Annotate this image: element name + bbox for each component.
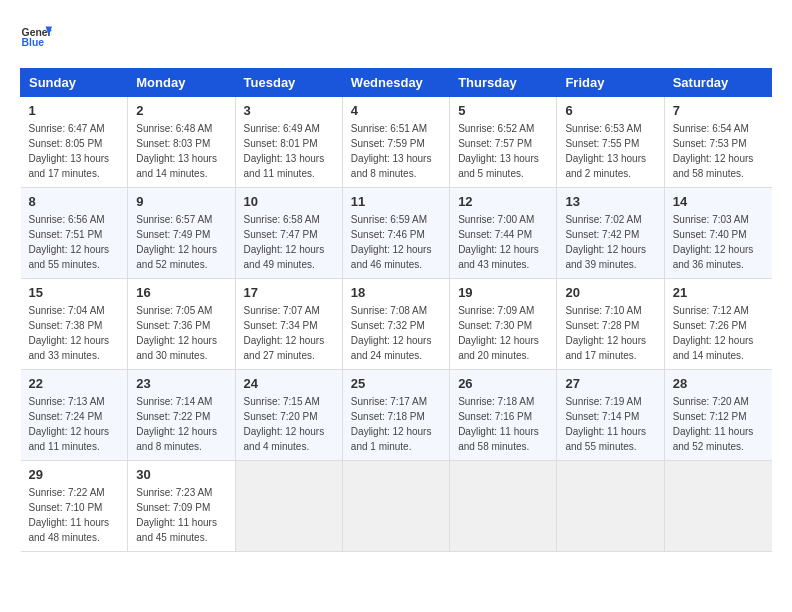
day-info: Sunrise: 7:14 AMSunset: 7:22 PMDaylight:… bbox=[136, 394, 226, 454]
day-info: Sunrise: 6:47 AMSunset: 8:05 PMDaylight:… bbox=[29, 121, 120, 181]
header-thursday: Thursday bbox=[450, 69, 557, 97]
day-info: Sunrise: 7:12 AMSunset: 7:26 PMDaylight:… bbox=[673, 303, 764, 363]
day-info: Sunrise: 7:03 AMSunset: 7:40 PMDaylight:… bbox=[673, 212, 764, 272]
day-info: Sunrise: 7:18 AMSunset: 7:16 PMDaylight:… bbox=[458, 394, 548, 454]
day-info: Sunrise: 7:15 AMSunset: 7:20 PMDaylight:… bbox=[244, 394, 334, 454]
calendar-day-cell bbox=[450, 461, 557, 552]
day-number: 27 bbox=[565, 376, 655, 391]
day-number: 29 bbox=[29, 467, 120, 482]
day-number: 30 bbox=[136, 467, 226, 482]
day-number: 12 bbox=[458, 194, 548, 209]
calendar-day-cell: 14Sunrise: 7:03 AMSunset: 7:40 PMDayligh… bbox=[664, 188, 771, 279]
calendar-day-cell: 18Sunrise: 7:08 AMSunset: 7:32 PMDayligh… bbox=[342, 279, 449, 370]
day-info: Sunrise: 7:17 AMSunset: 7:18 PMDaylight:… bbox=[351, 394, 441, 454]
calendar-day-cell: 21Sunrise: 7:12 AMSunset: 7:26 PMDayligh… bbox=[664, 279, 771, 370]
day-number: 16 bbox=[136, 285, 226, 300]
day-info: Sunrise: 7:09 AMSunset: 7:30 PMDaylight:… bbox=[458, 303, 548, 363]
calendar-day-cell: 23Sunrise: 7:14 AMSunset: 7:22 PMDayligh… bbox=[128, 370, 235, 461]
day-info: Sunrise: 6:52 AMSunset: 7:57 PMDaylight:… bbox=[458, 121, 548, 181]
day-info: Sunrise: 7:13 AMSunset: 7:24 PMDaylight:… bbox=[29, 394, 120, 454]
header-sunday: Sunday bbox=[21, 69, 128, 97]
calendar-day-cell: 16Sunrise: 7:05 AMSunset: 7:36 PMDayligh… bbox=[128, 279, 235, 370]
day-info: Sunrise: 7:07 AMSunset: 7:34 PMDaylight:… bbox=[244, 303, 334, 363]
svg-text:Blue: Blue bbox=[22, 37, 45, 48]
day-info: Sunrise: 7:08 AMSunset: 7:32 PMDaylight:… bbox=[351, 303, 441, 363]
calendar-week-row: 29Sunrise: 7:22 AMSunset: 7:10 PMDayligh… bbox=[21, 461, 772, 552]
calendar-day-cell: 24Sunrise: 7:15 AMSunset: 7:20 PMDayligh… bbox=[235, 370, 342, 461]
day-info: Sunrise: 6:49 AMSunset: 8:01 PMDaylight:… bbox=[244, 121, 334, 181]
day-number: 25 bbox=[351, 376, 441, 391]
calendar-day-cell: 20Sunrise: 7:10 AMSunset: 7:28 PMDayligh… bbox=[557, 279, 664, 370]
calendar-day-cell: 2Sunrise: 6:48 AMSunset: 8:03 PMDaylight… bbox=[128, 97, 235, 188]
day-number: 22 bbox=[29, 376, 120, 391]
calendar-day-cell: 8Sunrise: 6:56 AMSunset: 7:51 PMDaylight… bbox=[21, 188, 128, 279]
day-info: Sunrise: 7:23 AMSunset: 7:09 PMDaylight:… bbox=[136, 485, 226, 545]
header-friday: Friday bbox=[557, 69, 664, 97]
calendar-day-cell: 27Sunrise: 7:19 AMSunset: 7:14 PMDayligh… bbox=[557, 370, 664, 461]
calendar-day-cell: 3Sunrise: 6:49 AMSunset: 8:01 PMDaylight… bbox=[235, 97, 342, 188]
logo: General Blue bbox=[20, 20, 52, 52]
day-number: 4 bbox=[351, 103, 441, 118]
calendar-day-cell bbox=[235, 461, 342, 552]
day-info: Sunrise: 6:59 AMSunset: 7:46 PMDaylight:… bbox=[351, 212, 441, 272]
day-number: 11 bbox=[351, 194, 441, 209]
calendar-day-cell: 22Sunrise: 7:13 AMSunset: 7:24 PMDayligh… bbox=[21, 370, 128, 461]
day-info: Sunrise: 7:10 AMSunset: 7:28 PMDaylight:… bbox=[565, 303, 655, 363]
day-number: 1 bbox=[29, 103, 120, 118]
day-number: 20 bbox=[565, 285, 655, 300]
calendar-day-cell: 12Sunrise: 7:00 AMSunset: 7:44 PMDayligh… bbox=[450, 188, 557, 279]
day-number: 7 bbox=[673, 103, 764, 118]
calendar-day-cell: 5Sunrise: 6:52 AMSunset: 7:57 PMDaylight… bbox=[450, 97, 557, 188]
calendar-day-cell: 29Sunrise: 7:22 AMSunset: 7:10 PMDayligh… bbox=[21, 461, 128, 552]
weekday-header-row: Sunday Monday Tuesday Wednesday Thursday… bbox=[21, 69, 772, 97]
calendar-day-cell bbox=[664, 461, 771, 552]
day-number: 14 bbox=[673, 194, 764, 209]
day-number: 23 bbox=[136, 376, 226, 391]
calendar-day-cell: 6Sunrise: 6:53 AMSunset: 7:55 PMDaylight… bbox=[557, 97, 664, 188]
day-info: Sunrise: 6:51 AMSunset: 7:59 PMDaylight:… bbox=[351, 121, 441, 181]
day-info: Sunrise: 6:56 AMSunset: 7:51 PMDaylight:… bbox=[29, 212, 120, 272]
day-number: 26 bbox=[458, 376, 548, 391]
day-number: 2 bbox=[136, 103, 226, 118]
day-number: 9 bbox=[136, 194, 226, 209]
calendar-day-cell bbox=[342, 461, 449, 552]
calendar-week-row: 15Sunrise: 7:04 AMSunset: 7:38 PMDayligh… bbox=[21, 279, 772, 370]
calendar-week-row: 1Sunrise: 6:47 AMSunset: 8:05 PMDaylight… bbox=[21, 97, 772, 188]
day-number: 21 bbox=[673, 285, 764, 300]
calendar-day-cell: 13Sunrise: 7:02 AMSunset: 7:42 PMDayligh… bbox=[557, 188, 664, 279]
day-info: Sunrise: 7:22 AMSunset: 7:10 PMDaylight:… bbox=[29, 485, 120, 545]
header-saturday: Saturday bbox=[664, 69, 771, 97]
day-info: Sunrise: 6:48 AMSunset: 8:03 PMDaylight:… bbox=[136, 121, 226, 181]
day-info: Sunrise: 7:00 AMSunset: 7:44 PMDaylight:… bbox=[458, 212, 548, 272]
calendar-day-cell: 1Sunrise: 6:47 AMSunset: 8:05 PMDaylight… bbox=[21, 97, 128, 188]
page-header: General Blue bbox=[20, 20, 772, 52]
calendar-day-cell: 7Sunrise: 6:54 AMSunset: 7:53 PMDaylight… bbox=[664, 97, 771, 188]
day-number: 28 bbox=[673, 376, 764, 391]
day-info: Sunrise: 7:20 AMSunset: 7:12 PMDaylight:… bbox=[673, 394, 764, 454]
day-number: 3 bbox=[244, 103, 334, 118]
day-number: 5 bbox=[458, 103, 548, 118]
day-number: 18 bbox=[351, 285, 441, 300]
day-info: Sunrise: 6:58 AMSunset: 7:47 PMDaylight:… bbox=[244, 212, 334, 272]
day-info: Sunrise: 7:05 AMSunset: 7:36 PMDaylight:… bbox=[136, 303, 226, 363]
day-number: 15 bbox=[29, 285, 120, 300]
day-info: Sunrise: 7:02 AMSunset: 7:42 PMDaylight:… bbox=[565, 212, 655, 272]
day-info: Sunrise: 7:04 AMSunset: 7:38 PMDaylight:… bbox=[29, 303, 120, 363]
day-number: 6 bbox=[565, 103, 655, 118]
header-monday: Monday bbox=[128, 69, 235, 97]
header-tuesday: Tuesday bbox=[235, 69, 342, 97]
calendar-day-cell: 30Sunrise: 7:23 AMSunset: 7:09 PMDayligh… bbox=[128, 461, 235, 552]
calendar-week-row: 22Sunrise: 7:13 AMSunset: 7:24 PMDayligh… bbox=[21, 370, 772, 461]
calendar-day-cell bbox=[557, 461, 664, 552]
day-number: 8 bbox=[29, 194, 120, 209]
day-number: 17 bbox=[244, 285, 334, 300]
calendar-day-cell: 17Sunrise: 7:07 AMSunset: 7:34 PMDayligh… bbox=[235, 279, 342, 370]
day-number: 24 bbox=[244, 376, 334, 391]
day-info: Sunrise: 6:54 AMSunset: 7:53 PMDaylight:… bbox=[673, 121, 764, 181]
calendar-day-cell: 26Sunrise: 7:18 AMSunset: 7:16 PMDayligh… bbox=[450, 370, 557, 461]
calendar-day-cell: 9Sunrise: 6:57 AMSunset: 7:49 PMDaylight… bbox=[128, 188, 235, 279]
day-number: 19 bbox=[458, 285, 548, 300]
logo-icon: General Blue bbox=[20, 20, 52, 52]
calendar-day-cell: 10Sunrise: 6:58 AMSunset: 7:47 PMDayligh… bbox=[235, 188, 342, 279]
calendar-table: Sunday Monday Tuesday Wednesday Thursday… bbox=[20, 68, 772, 552]
